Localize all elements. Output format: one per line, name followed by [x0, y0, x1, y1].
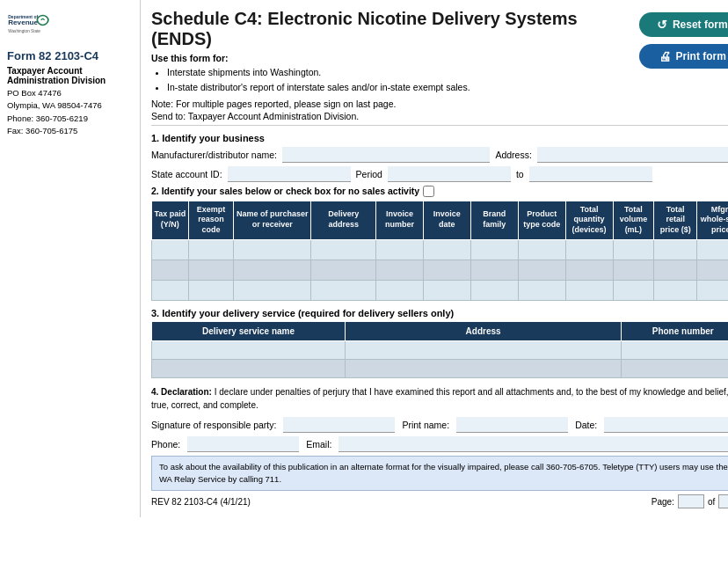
- use-for-label: Use this form for:: [151, 53, 622, 63]
- cell[interactable]: [470, 280, 518, 300]
- cell[interactable]: [375, 280, 423, 300]
- period-label: Period: [356, 169, 382, 179]
- cell[interactable]: [613, 280, 654, 300]
- fax: Fax: 360-705-6175: [7, 125, 133, 137]
- cell[interactable]: [654, 280, 697, 300]
- col-delivery-addr: Delivery address: [311, 201, 376, 239]
- to-input[interactable]: [529, 166, 652, 182]
- page-title: Schedule C4: Electronic Nicotine Deliver…: [151, 9, 622, 49]
- use-for-item-1: Interstate shipments into Washington.: [167, 65, 622, 80]
- cell[interactable]: [565, 260, 613, 280]
- manufacturer-row: Manufacturer/distributor name: Address:: [151, 147, 728, 163]
- no-sales-checkbox[interactable]: [423, 186, 434, 197]
- cell[interactable]: [311, 239, 376, 260]
- address-line1: PO Box 47476: [7, 87, 133, 99]
- print-name-input[interactable]: [456, 417, 568, 433]
- cell[interactable]: [188, 280, 233, 300]
- top-section: Schedule C4: Electronic Nicotine Deliver…: [151, 9, 728, 121]
- svg-text:Washington State: Washington State: [8, 29, 40, 33]
- cell[interactable]: [654, 260, 697, 280]
- cell[interactable]: [423, 260, 470, 280]
- phone-input[interactable]: [187, 436, 299, 452]
- section1-header: 1. Identify your business: [151, 133, 728, 143]
- cell[interactable]: [565, 239, 613, 260]
- cell[interactable]: [188, 239, 233, 260]
- print-button[interactable]: 🖨 Print form: [639, 44, 728, 69]
- cell[interactable]: [375, 260, 423, 280]
- cell[interactable]: [654, 239, 697, 260]
- cell[interactable]: [234, 239, 311, 260]
- col-total-vol: Total volume (mL): [613, 201, 654, 239]
- delivery-address-cell[interactable]: [346, 340, 622, 359]
- cell[interactable]: [188, 260, 233, 280]
- col-delivery-address: Address: [346, 321, 622, 340]
- cell[interactable]: [311, 260, 376, 280]
- main-content: Schedule C4: Electronic Nicotine Deliver…: [141, 0, 728, 517]
- address-input[interactable]: [537, 147, 728, 163]
- col-total-qty: Total quantity (devices): [565, 201, 613, 239]
- cell[interactable]: [234, 280, 311, 300]
- page-row: Page: of: [652, 494, 728, 508]
- table-row: [152, 280, 729, 300]
- cell[interactable]: [311, 280, 376, 300]
- org-name: Taxpayer Account Administration Division: [7, 66, 133, 85]
- delivery-phone-cell[interactable]: [622, 359, 728, 377]
- cell[interactable]: [234, 260, 311, 280]
- col-wholesale-price: Mfgr/ whole-sale price: [697, 201, 728, 239]
- print-label: Print form: [676, 50, 726, 62]
- phone: Phone: 360-705-6219: [7, 113, 133, 125]
- section2-title: 2. Identify your sales below or check bo…: [151, 186, 419, 196]
- cell[interactable]: [697, 280, 728, 300]
- cell[interactable]: [613, 260, 654, 280]
- cell[interactable]: [470, 239, 518, 260]
- manufacturer-input[interactable]: [282, 147, 490, 163]
- cell[interactable]: [470, 260, 518, 280]
- date-input[interactable]: [604, 417, 728, 433]
- delivery-name-cell[interactable]: [152, 340, 346, 359]
- col-purchaser: Name of purchaser or receiver: [234, 201, 311, 239]
- cell[interactable]: [565, 280, 613, 300]
- delivery-address-cell[interactable]: [346, 359, 622, 377]
- cell[interactable]: [375, 239, 423, 260]
- cell[interactable]: [518, 260, 565, 280]
- cell[interactable]: [152, 239, 189, 260]
- delivery-phone-cell[interactable]: [622, 340, 728, 359]
- header-left: Schedule C4: Electronic Nicotine Deliver…: [151, 9, 622, 121]
- cell[interactable]: [152, 260, 189, 280]
- svg-text:Revenue: Revenue: [8, 18, 38, 26]
- cell[interactable]: [518, 239, 565, 260]
- col-phone-number: Phone number: [622, 321, 728, 340]
- signature-input[interactable]: [283, 417, 395, 433]
- col-invoice-date: Invoice date: [423, 201, 470, 239]
- page-label: Page:: [652, 497, 674, 507]
- print-icon: 🖨: [659, 49, 671, 63]
- total-pages-input[interactable]: [718, 494, 728, 508]
- delivery-row: [152, 359, 729, 377]
- form-number: Form 82 2103-C4: [7, 49, 133, 62]
- delivery-name-cell[interactable]: [152, 359, 346, 377]
- email-input[interactable]: [339, 436, 728, 452]
- col-retail-price: Total retail price ($): [654, 201, 697, 239]
- phone-email-row: Phone: Email:: [151, 436, 728, 452]
- table-row: [152, 239, 729, 260]
- cell[interactable]: [423, 239, 470, 260]
- cell[interactable]: [518, 280, 565, 300]
- delivery-table: Delivery service name Address Phone numb…: [151, 321, 728, 378]
- table-row: [152, 260, 729, 280]
- page-number-input[interactable]: [678, 494, 704, 508]
- account-row: State account ID: Period to: [151, 166, 728, 182]
- cell[interactable]: [697, 260, 728, 280]
- state-account-input[interactable]: [228, 166, 351, 182]
- cell[interactable]: [152, 280, 189, 300]
- cell[interactable]: [697, 239, 728, 260]
- sales-table: Tax paid (Y/N) Exempt reason code Name o…: [151, 201, 728, 301]
- use-for-list: Interstate shipments into Washington. In…: [151, 65, 622, 95]
- cell[interactable]: [423, 280, 470, 300]
- period-input[interactable]: [388, 166, 511, 182]
- accessibility-notice: To ask about the availability of this pu…: [151, 456, 728, 492]
- section2-header-row: 2. Identify your sales below or check bo…: [151, 186, 728, 197]
- cell[interactable]: [613, 239, 654, 260]
- reset-icon: ↺: [657, 18, 667, 32]
- print-name-label: Print name:: [402, 420, 449, 430]
- reset-button[interactable]: ↺ Reset form: [639, 12, 728, 37]
